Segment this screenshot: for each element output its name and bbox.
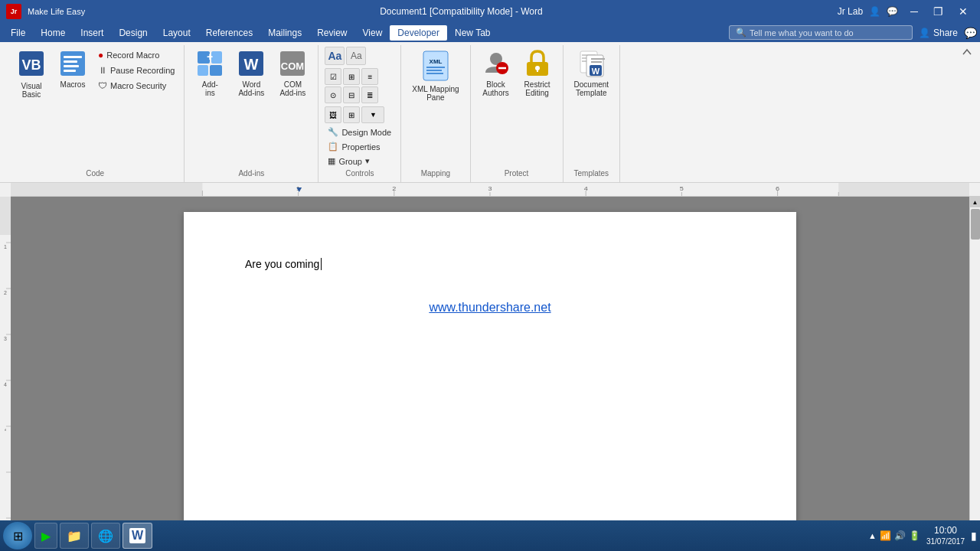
document-area[interactable]: Are you coming www.thundershare.net [11,197,969,551]
text-cursor [321,258,322,270]
menu-view[interactable]: View [355,25,390,41]
record-macro-button[interactable]: ● Record Macro [95,48,178,62]
tray-arrow[interactable]: ▲ [868,531,877,540]
start-button[interactable]: ⊞ [3,522,32,549]
visual-basic-button[interactable]: VB VisualBasic [12,47,51,102]
search-icon: 🔍 [736,28,746,37]
document-link[interactable]: www.thundershare.net [245,301,735,315]
svg-text:3: 3 [4,336,7,341]
taskbar: ⊞ ▶ 📁 🌐 W ▲ 📶 🔊 🔋 10:00 31/07/2017 ▮ [0,520,980,551]
svg-rect-19 [426,70,442,71]
taskbar-file-explorer[interactable]: 📁 [60,523,89,549]
checkbox-btn[interactable]: ☑ [325,68,341,85]
grid-btn[interactable]: ⊟ [343,86,360,103]
menu-insert[interactable]: Insert [73,25,111,41]
window-controls[interactable]: ─ ❐ ✕ [904,4,974,19]
menu-file[interactable]: File [3,25,33,41]
document-template-icon: W [577,50,605,79]
templates-group-content: W DocumentTemplate [570,47,614,168]
scroll-up-button[interactable]: ▲ [970,197,981,207]
vertical-scrollbar[interactable]: ▲ ▼ [969,197,980,551]
word-addins-icon: W [237,50,265,79]
chrome-icon: 🌐 [98,529,113,543]
taskbar-media-player[interactable]: ▶ [34,523,57,549]
code-small-buttons: ● Record Macro ⏸ Pause Recording 🛡 Macro… [95,48,178,93]
img-btn[interactable]: 🖼 [325,106,341,123]
window-title: Document1 [Compatibility Mode] - Word [85,6,838,17]
svg-rect-33 [591,61,602,63]
mapping-group-content: XML XML MappingPane [407,47,463,168]
more-btn[interactable]: ▼ [361,106,384,123]
title-bar: Jr Make Life Easy Document1 [Compatibili… [0,0,980,23]
text-control-btn1[interactable]: Aa [325,47,345,65]
svg-text:ⁿ: ⁿ [5,428,7,433]
com-addins-label: COMAdd-ins [279,80,305,97]
block-authors-button[interactable]: BlockAuthors [477,47,515,100]
xml-mapping-button[interactable]: XML XML MappingPane [407,47,463,105]
show-desktop-button[interactable]: ▮ [971,530,977,542]
radio-btn[interactable]: ⊙ [325,86,341,103]
macros-icon [59,50,87,79]
taskbar-right: ▲ 📶 🔊 🔋 10:00 31/07/2017 ▮ [868,524,977,548]
text-btn[interactable]: ≣ [361,86,378,103]
extra-btn[interactable]: ⊞ [343,106,360,123]
group-label: Group [338,157,362,166]
ribbon-collapse-button[interactable] [960,45,974,61]
pause-recording-button[interactable]: ⏸ Pause Recording [95,64,178,77]
minimize-button[interactable]: ─ [904,4,924,19]
pause-icon: ⏸ [98,65,107,76]
macro-security-button[interactable]: 🛡 Macro Security [95,79,178,93]
group-icon: ▦ [328,156,335,166]
list-btn[interactable]: ≡ [361,68,378,85]
search-placeholder: Tell me what you want to do [750,28,854,37]
menu-design[interactable]: Design [111,25,155,41]
mapping-group-label: Mapping [407,168,463,181]
svg-text:2: 2 [4,290,7,295]
svg-rect-54 [0,197,11,551]
protect-group-content: BlockAuthors RestrictEditing [477,47,557,168]
scroll-track[interactable] [971,207,980,551]
addins-group-content: + Add-ins W WordAdd-ins CO [191,47,312,168]
app-logo: Jr [6,4,21,19]
menu-references[interactable]: References [198,25,260,41]
comment-menu-icon[interactable]: 💬 [964,27,977,39]
document-text-line1[interactable]: Are you coming [245,258,735,270]
table-btn[interactable]: ⊞ [343,68,360,85]
menu-newtab[interactable]: New Tab [447,25,498,41]
properties-button[interactable]: 📋 Properties [325,140,394,153]
controls-bottom-row: 🖼 ⊞ ▼ [325,106,394,123]
comment-icon: 💬 [887,6,898,17]
ribbon-group-controls: Aa Aa ☑ ⊞ ≡ ⊙ ⊟ ≣ 🖼 ⊞ ▼ [318,45,401,182]
taskbar-word[interactable]: W [122,523,152,549]
document-page[interactable]: Are you coming www.thundershare.net [184,212,796,551]
close-button[interactable]: ✕ [952,4,974,19]
text-control-btn2[interactable]: Aa [346,47,366,65]
menu-review[interactable]: Review [309,25,354,41]
restrict-editing-button[interactable]: RestrictEditing [518,47,557,100]
svg-rect-4 [64,60,77,63]
restore-button[interactable]: ❐ [927,4,949,19]
document-template-button[interactable]: W DocumentTemplate [570,47,614,100]
com-addins-button[interactable]: COM COMAdd-ins [273,47,312,100]
taskbar-chrome[interactable]: 🌐 [91,523,120,549]
svg-rect-3 [64,56,82,58]
macros-label: Macros [60,80,86,89]
svg-rect-5 [64,65,79,67]
add-ins-button[interactable]: + Add-ins [191,47,229,100]
svg-rect-10 [210,65,222,76]
menu-home[interactable]: Home [33,25,73,41]
word-addins-button[interactable]: W WordAdd-ins [232,47,270,100]
share-button[interactable]: 👤 Share [919,28,958,38]
macros-button[interactable]: Macros [54,47,92,92]
scroll-thumb[interactable] [971,209,980,240]
design-mode-button[interactable]: 🔧 Design Mode [325,126,394,139]
menu-mailings[interactable]: Mailings [260,25,309,41]
main-area: 1 2 3 4 ⁿ Are you coming www.thundershar… [0,197,980,551]
svg-text:2: 2 [392,185,396,192]
document-template-label: DocumentTemplate [574,80,609,97]
menu-layout[interactable]: Layout [155,25,198,41]
group-button[interactable]: ▦ Group ▾ [325,155,394,168]
clock[interactable]: 10:00 31/07/2017 [926,524,965,548]
design-mode-label: Design Mode [341,128,391,137]
menu-developer[interactable]: Developer [390,25,447,41]
